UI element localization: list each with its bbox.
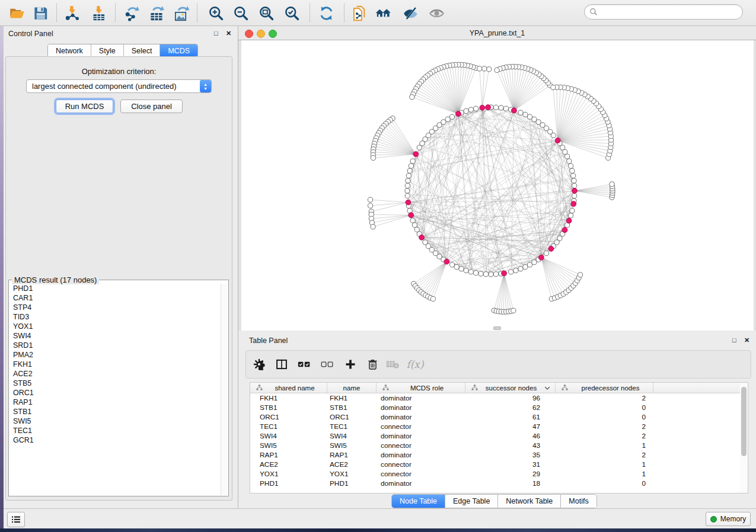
cell: 96 bbox=[465, 393, 556, 403]
first-neighbors-icon[interactable] bbox=[374, 4, 393, 22]
tab-node-table[interactable]: Node Table bbox=[392, 495, 445, 508]
mcds-result-item[interactable]: STP4 bbox=[9, 303, 219, 312]
export-image-icon[interactable] bbox=[172, 4, 191, 22]
mcds-result-item[interactable]: SWI5 bbox=[9, 416, 219, 426]
mcds-result-item[interactable]: STB5 bbox=[9, 379, 219, 388]
cell: dominator bbox=[377, 412, 465, 422]
column-header-successor-nodes[interactable]: successor nodes bbox=[465, 383, 556, 393]
column-header-shared-name[interactable]: shared name bbox=[250, 383, 327, 393]
control-panel-tabs: NetworkStyleSelectMCDS bbox=[47, 44, 198, 57]
tab-edge-table[interactable]: Edge Table bbox=[445, 495, 498, 508]
export-table-icon[interactable] bbox=[147, 4, 166, 22]
table-row-PHD1[interactable]: PHD1PHD1dominator180 bbox=[250, 479, 748, 488]
search-input[interactable] bbox=[598, 5, 742, 18]
optimization-criterion-select[interactable]: largest connected component (undirected)… bbox=[26, 79, 212, 93]
mcds-result-item[interactable]: STB1 bbox=[9, 407, 219, 416]
zoom-out-icon[interactable] bbox=[231, 4, 250, 22]
column-header-predecessor-nodes[interactable]: predecessor nodes bbox=[556, 383, 653, 393]
export-network-icon[interactable] bbox=[122, 4, 141, 22]
settings-gear-icon[interactable] bbox=[251, 357, 267, 372]
column-header-name[interactable]: name bbox=[327, 383, 377, 393]
mcds-result-item[interactable]: ORC1 bbox=[9, 388, 219, 398]
memory-button[interactable]: Memory bbox=[706, 512, 751, 526]
main-toolbar bbox=[0, 0, 756, 26]
mcds-result-item[interactable]: GCR1 bbox=[9, 435, 219, 445]
cell: dominator bbox=[377, 403, 465, 412]
cell: ORC1 bbox=[327, 412, 377, 422]
toolbar-separator bbox=[115, 4, 116, 22]
table-row-STB1[interactable]: STB1STB1dominator620 bbox=[250, 403, 748, 412]
cell: STB1 bbox=[327, 403, 377, 412]
network-from-file-icon[interactable] bbox=[350, 4, 369, 22]
table-row-TEC1[interactable]: TEC1TEC1connector472 bbox=[250, 422, 748, 431]
tab-mcds[interactable]: MCDS bbox=[160, 44, 197, 57]
show-task-history-button[interactable] bbox=[7, 512, 25, 527]
mcds-result-item[interactable]: TID3 bbox=[9, 312, 219, 322]
mcds-result-item[interactable]: PMA2 bbox=[9, 350, 219, 360]
mcds-result-item[interactable]: YOX1 bbox=[9, 322, 219, 331]
import-network-icon[interactable] bbox=[62, 4, 81, 22]
unselect-all-columns-icon[interactable] bbox=[319, 357, 336, 372]
cell: 2 bbox=[556, 422, 653, 431]
refresh-view-icon[interactable] bbox=[317, 4, 336, 22]
float-table-panel-icon[interactable]: □ bbox=[732, 336, 736, 344]
cell: dominator bbox=[377, 393, 465, 403]
mcds-result-item[interactable]: CAR1 bbox=[9, 293, 219, 303]
memory-status-icon bbox=[710, 516, 717, 523]
select-all-columns-icon[interactable] bbox=[296, 357, 312, 372]
delete-column-icon[interactable] bbox=[364, 357, 381, 372]
zoom-selected-icon[interactable] bbox=[282, 4, 301, 22]
close-panel-button[interactable]: Close panel bbox=[120, 100, 183, 113]
open-file-icon[interactable] bbox=[7, 4, 26, 22]
table-row-SWI5[interactable]: SWI5SWI5connector431 bbox=[250, 441, 748, 450]
show-graphics-details-icon[interactable] bbox=[427, 4, 446, 22]
mcds-result-item[interactable]: TEC1 bbox=[9, 426, 219, 435]
run-mcds-button[interactable]: Run MCDS bbox=[56, 100, 113, 113]
column-panel-icon[interactable] bbox=[273, 357, 290, 372]
table-row-ORC1[interactable]: ORC1ORC1dominator610 bbox=[250, 412, 748, 422]
zoom-in-icon[interactable] bbox=[206, 4, 225, 22]
tab-network[interactable]: Network bbox=[48, 44, 91, 57]
tab-motifs[interactable]: Motifs bbox=[561, 495, 596, 508]
node-table[interactable]: shared namenameMCDS rolesuccessor nodesp… bbox=[250, 382, 748, 493]
memory-label: Memory bbox=[720, 515, 746, 523]
zoom-fit-icon[interactable] bbox=[257, 4, 276, 22]
table-row-FKH1[interactable]: FKH1FKH1dominator962 bbox=[250, 393, 748, 403]
tab-select[interactable]: Select bbox=[124, 44, 161, 57]
import-table-icon[interactable] bbox=[89, 4, 108, 22]
column-type-icon bbox=[471, 384, 478, 391]
function-builder-icon[interactable]: f(x) bbox=[407, 357, 423, 372]
close-panel-icon[interactable]: ✕ bbox=[226, 30, 231, 37]
table-row-ACE2[interactable]: ACE2ACE2connector311 bbox=[250, 460, 748, 469]
table-row-SWI4[interactable]: SWI4SWI4dominator462 bbox=[250, 431, 748, 441]
table-row-RAP1[interactable]: RAP1RAP1dominator352 bbox=[250, 450, 748, 460]
cell: 43 bbox=[465, 441, 556, 450]
column-type-icon bbox=[256, 384, 263, 391]
cell: 0 bbox=[556, 479, 653, 488]
mcds-result-item[interactable]: PHD1 bbox=[9, 284, 219, 293]
float-panel-icon[interactable]: □ bbox=[214, 30, 218, 37]
splitter-grip[interactable] bbox=[493, 326, 501, 330]
add-column-icon[interactable] bbox=[342, 357, 359, 372]
delete-table-icon[interactable] bbox=[384, 357, 401, 372]
network-graph bbox=[241, 40, 754, 331]
search-field[interactable] bbox=[584, 4, 743, 20]
tab-network-table[interactable]: Network Table bbox=[498, 495, 561, 508]
mcds-result-item[interactable]: SWI4 bbox=[9, 331, 219, 341]
column-header-MCDS-role[interactable]: MCDS role bbox=[377, 383, 465, 393]
network-canvas[interactable] bbox=[241, 40, 754, 331]
mcds-result-item[interactable]: SRD1 bbox=[9, 341, 219, 350]
toolbar-separator bbox=[310, 4, 310, 22]
cell: ACE2 bbox=[250, 460, 327, 469]
table-row-YOX1[interactable]: YOX1YOX1connector291 bbox=[250, 469, 748, 479]
mcds-result-item[interactable]: RAP1 bbox=[9, 398, 219, 407]
tab-style[interactable]: Style bbox=[91, 44, 124, 57]
table-scrollbar-thumb[interactable] bbox=[741, 387, 747, 456]
mcds-list-scrollbar[interactable] bbox=[221, 284, 228, 495]
mcds-result-item[interactable]: FKH1 bbox=[9, 360, 219, 369]
hide-graphics-details-icon[interactable] bbox=[401, 4, 420, 22]
cell: dominator bbox=[377, 450, 465, 460]
mcds-result-item[interactable]: ACE2 bbox=[9, 369, 219, 379]
save-session-icon[interactable] bbox=[31, 4, 50, 22]
close-table-panel-icon[interactable]: ✕ bbox=[744, 336, 749, 344]
